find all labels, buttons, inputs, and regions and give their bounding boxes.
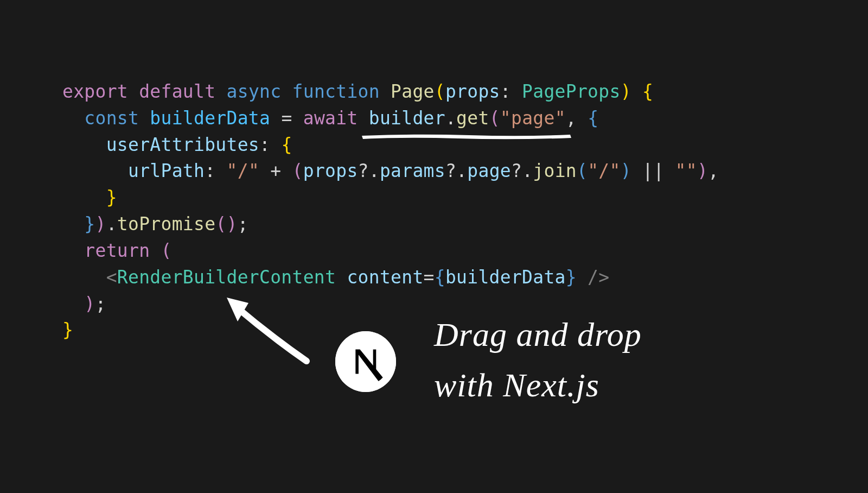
jsx-component: RenderBuilderContent xyxy=(117,267,336,288)
jsx-val-builderdata: builderData xyxy=(445,267,566,288)
prop-params: params xyxy=(380,160,445,181)
param-props: props xyxy=(445,81,500,102)
obj-props: props xyxy=(303,160,358,181)
annotation-line-2: with Next.js xyxy=(434,360,642,410)
type-pageprops: PageProps xyxy=(522,81,621,102)
handwritten-annotation: Drag and drop with Next.js xyxy=(434,309,642,410)
prop-page: page xyxy=(467,160,511,181)
string-page: "page" xyxy=(500,108,566,129)
nextjs-logo-icon xyxy=(335,331,396,392)
keyword-function: function xyxy=(292,81,380,102)
method-topromise: toPromise xyxy=(117,213,216,235)
string-joinarg: "/" xyxy=(588,160,621,181)
string-empty: "" xyxy=(675,160,697,181)
obj-builder: builder xyxy=(369,108,445,129)
prop-userattributes: userAttributes xyxy=(106,134,259,155)
var-builderdata: builderData xyxy=(150,108,270,129)
keyword-await: await xyxy=(303,108,358,129)
keyword-default: default xyxy=(139,81,215,102)
string-slash: "/" xyxy=(227,160,260,181)
method-get: get xyxy=(456,108,489,129)
svg-rect-1 xyxy=(373,350,376,370)
keyword-const: const xyxy=(84,108,139,129)
code-snippet: export default async function Page(props… xyxy=(62,79,719,344)
jsx-attr-content: content xyxy=(347,267,423,288)
keyword-export: export xyxy=(62,81,128,102)
prop-urlpath: urlPath xyxy=(128,160,205,181)
keyword-return: return xyxy=(84,240,150,261)
function-name: Page xyxy=(391,81,435,102)
annotation-line-1: Drag and drop xyxy=(434,309,642,360)
keyword-async: async xyxy=(227,81,282,102)
method-join: join xyxy=(533,160,577,181)
